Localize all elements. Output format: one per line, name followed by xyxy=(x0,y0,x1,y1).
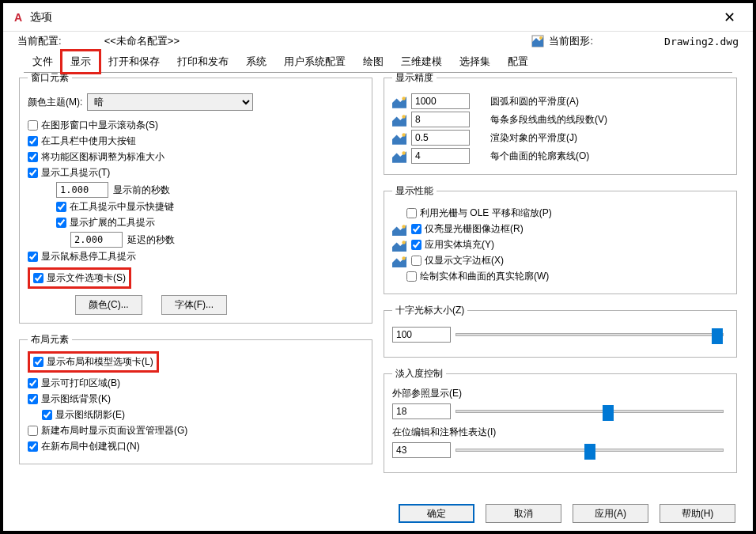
resize-ribbon-check[interactable]: 将功能区图标调整为标准大小 xyxy=(28,150,364,164)
svg-point-3 xyxy=(402,97,406,100)
content-area: 窗口元素 颜色主题(M): 暗 在图形窗口中显示滚动条(S) 在工具栏中使用大按… xyxy=(19,71,737,491)
dwg-var-icon xyxy=(392,96,406,107)
svg-point-11 xyxy=(402,225,406,229)
layout-tabs-highlight: 显示布局和模型选项卡(L) xyxy=(28,351,159,373)
paper-shadow-check[interactable]: 显示图纸阴影(E) xyxy=(28,408,364,422)
solid-fill-check[interactable]: 应用实体填充(Y) xyxy=(411,238,494,252)
crosshair-slider[interactable] xyxy=(455,333,724,336)
extended-tip-check[interactable]: 显示扩展的工具提示 xyxy=(28,216,364,229)
dwg-var-icon xyxy=(392,132,406,143)
tab-selection[interactable]: 选择集 xyxy=(451,51,499,73)
close-button[interactable]: ✕ xyxy=(713,3,745,32)
new-layout-setup-check[interactable]: 新建布局时显示页面设置管理器(G) xyxy=(28,424,364,437)
display-perf-legend: 显示性能 xyxy=(392,184,437,198)
paper-bg-check[interactable]: 显示图纸背景(K) xyxy=(28,392,364,406)
app-icon: A xyxy=(11,10,25,25)
window-elements-group: 窗口元素 颜色主题(M): 暗 在图形窗口中显示滚动条(S) 在工具栏中使用大按… xyxy=(19,71,372,324)
shortcut-in-tip-check[interactable]: 在工具提示中显示快捷键 xyxy=(28,200,364,214)
render-smooth-label: 渲染对象的平滑度(J) xyxy=(490,131,577,145)
drawing-name: Drawing2.dwg xyxy=(664,36,739,47)
xref-label: 外部参照显示(E) xyxy=(392,387,728,400)
tab-system[interactable]: 系统 xyxy=(237,51,275,73)
crosshair-group: 十字光标大小(Z) xyxy=(384,304,737,358)
left-column: 窗口元素 颜色主题(M): 暗 在图形窗口中显示滚动条(S) 在工具栏中使用大按… xyxy=(19,71,372,491)
apply-button[interactable]: 应用(A) xyxy=(573,504,648,523)
seconds-before-label: 显示前的秒数 xyxy=(113,184,170,197)
tab-drafting[interactable]: 绘图 xyxy=(354,51,392,73)
surf-isolines-label: 每个曲面的轮廓素线(O) xyxy=(490,150,589,163)
profile-label: 当前配置: xyxy=(17,34,62,48)
file-tabs-check[interactable]: 显示文件选项卡(S) xyxy=(33,271,126,285)
show-layout-model-check[interactable]: 显示布局和模型选项卡(L) xyxy=(33,355,153,369)
text-frame-check[interactable]: 仅显示文字边框(X) xyxy=(411,254,504,267)
ok-button[interactable]: 确定 xyxy=(399,504,474,523)
tab-user-prefs[interactable]: 用户系统配置 xyxy=(275,51,354,73)
svg-point-5 xyxy=(402,115,406,119)
slider-thumb[interactable] xyxy=(584,444,595,460)
svg-point-9 xyxy=(402,151,406,155)
tab-display[interactable]: 显示 xyxy=(62,51,100,73)
xref-fade-input[interactable] xyxy=(392,403,451,419)
layout-elements-group: 布局元素 显示布局和模型选项卡(L) 显示可打印区域(B) 显示图纸背景(K) … xyxy=(19,333,372,464)
inplace-label: 在位编辑和注释性表达(I) xyxy=(392,426,728,439)
printable-area-check[interactable]: 显示可打印区域(B) xyxy=(28,377,364,390)
inplace-fade-input[interactable] xyxy=(392,442,451,458)
colors-button[interactable]: 颜色(C)... xyxy=(75,295,142,315)
fade-group: 淡入度控制 外部参照显示(E) 在位编辑和注释性表达(I) xyxy=(384,367,737,473)
render-smooth-input[interactable] xyxy=(411,130,470,146)
layout-elements-legend: 布局元素 xyxy=(28,333,72,347)
help-button[interactable]: 帮助(H) xyxy=(660,504,735,523)
hover-tip-check[interactable]: 显示鼠标悬停工具提示 xyxy=(28,250,364,263)
xref-fade-slider[interactable] xyxy=(455,410,724,413)
svg-point-15 xyxy=(402,256,406,260)
display-precision-legend: 显示精度 xyxy=(392,71,437,85)
seconds-before-input[interactable] xyxy=(56,182,108,198)
tab-plot[interactable]: 打印和发布 xyxy=(168,51,237,73)
delay-seconds-input[interactable] xyxy=(70,232,123,248)
cancel-button[interactable]: 取消 xyxy=(486,504,561,523)
surf-isolines-input[interactable] xyxy=(411,148,470,164)
window-elements-legend: 窗口元素 xyxy=(28,71,72,85)
dwg-var-icon xyxy=(392,224,406,235)
header-info: 当前配置: <<未命名配置>> 当前图形: Drawing2.dwg xyxy=(3,32,753,51)
tab-bar: 文件 显示 打开和保存 打印和发布 系统 用户系统配置 绘图 三维建模 选择集 … xyxy=(3,51,753,73)
svg-point-1 xyxy=(539,36,542,40)
polyline-segs-input[interactable] xyxy=(411,112,470,127)
create-viewport-check[interactable]: 在新布局中创建视口(N) xyxy=(28,440,364,453)
dwg-var-icon xyxy=(392,240,406,251)
inplace-fade-slider[interactable] xyxy=(455,449,724,452)
options-dialog: A 选项 ✕ 当前配置: <<未命名配置>> 当前图形: Drawing2.dw… xyxy=(2,2,754,532)
tab-open-save[interactable]: 打开和保存 xyxy=(100,51,168,73)
slider-thumb[interactable] xyxy=(712,328,723,344)
theme-select[interactable]: 暗 xyxy=(87,93,253,111)
drawing-label: 当前图形: xyxy=(549,34,593,48)
display-perf-group: 显示性能 利用光栅与 OLE 平移和缩放(P) 仅亮显光栅图像边框(R) 应用实… xyxy=(384,184,737,294)
slider-thumb[interactable] xyxy=(603,405,614,421)
theme-label: 颜色主题(M): xyxy=(28,96,82,109)
raster-ole-check[interactable]: 利用光栅与 OLE 平移和缩放(P) xyxy=(392,206,728,220)
tab-files[interactable]: 文件 xyxy=(24,51,62,73)
arc-smooth-input[interactable] xyxy=(411,93,470,109)
svg-point-7 xyxy=(402,133,406,137)
fade-legend: 淡入度控制 xyxy=(392,367,446,381)
crosshair-legend: 十字光标大小(Z) xyxy=(392,304,467,317)
raster-frame-check[interactable]: 仅亮显光栅图像边框(R) xyxy=(411,222,524,236)
arc-smooth-label: 圆弧和圆的平滑度(A) xyxy=(490,95,579,108)
titlebar: A 选项 ✕ xyxy=(3,3,753,32)
svg-point-13 xyxy=(402,240,406,244)
right-column: 显示精度 圆弧和圆的平滑度(A) 每条多段线曲线的线段数(V) 渲染对象的平滑度… xyxy=(384,71,737,491)
window-title: 选项 xyxy=(30,10,52,25)
profile-value: <<未命名配置>> xyxy=(104,34,180,48)
crosshair-input[interactable] xyxy=(392,327,451,343)
polyline-segs-label: 每条多段线曲线的线段数(V) xyxy=(490,113,607,127)
fonts-button[interactable]: 字体(F)... xyxy=(161,295,227,315)
scrollbars-check[interactable]: 在图形窗口中显示滚动条(S) xyxy=(28,119,364,132)
footer-buttons: 确定 取消 应用(A) 帮助(H) xyxy=(399,504,735,523)
tab-3d[interactable]: 三维建模 xyxy=(392,51,451,73)
true-silhouette-check[interactable]: 绘制实体和曲面的真实轮廓(W) xyxy=(392,270,728,283)
show-tooltips-check[interactable]: 显示工具提示(T) xyxy=(28,166,364,180)
tab-profiles[interactable]: 配置 xyxy=(499,51,537,73)
delay-seconds-label: 延迟的秒数 xyxy=(127,233,175,247)
big-buttons-check[interactable]: 在工具栏中使用大按钮 xyxy=(28,134,364,148)
dwg-icon xyxy=(531,35,544,47)
